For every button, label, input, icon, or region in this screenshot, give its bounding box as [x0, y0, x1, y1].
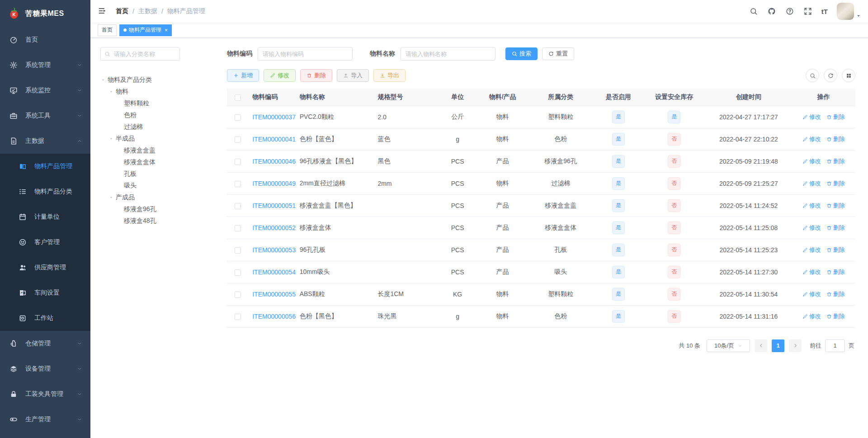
material-code-input[interactable]	[258, 47, 353, 61]
sidebar-item-material-product-category[interactable]: 物料产品分类	[0, 179, 90, 204]
material-code-link[interactable]: ITEM00000037	[252, 113, 296, 121]
row-delete-link[interactable]: 删除	[826, 202, 845, 210]
help-icon[interactable]	[785, 7, 794, 16]
github-icon[interactable]	[767, 7, 776, 16]
material-code-link[interactable]: ITEM00000049	[252, 180, 296, 187]
sidebar-item-fixture-mgmt[interactable]: 工装夹具管理	[0, 381, 90, 407]
reset-button[interactable]: 重置	[542, 47, 574, 60]
tree-node[interactable]: 物料	[100, 86, 217, 98]
next-page-button[interactable]	[789, 339, 802, 352]
material-name-input[interactable]	[401, 47, 495, 61]
tree-node[interactable]: 半成品	[100, 133, 217, 145]
refresh-icon[interactable]	[824, 69, 837, 82]
row-delete-link[interactable]: 删除	[826, 246, 845, 254]
tree-node[interactable]: 过滤棉	[100, 121, 217, 133]
material-code-link[interactable]: ITEM00000053	[252, 246, 296, 254]
material-code-link[interactable]: ITEM00000046	[252, 158, 296, 165]
sidebar-item-home[interactable]: 首页	[0, 27, 90, 52]
page-size-select[interactable]: 10条/页	[707, 339, 750, 352]
row-delete-link[interactable]: 删除	[826, 268, 845, 276]
row-edit-link[interactable]: 修改	[802, 157, 821, 165]
row-delete-link[interactable]: 删除	[826, 135, 845, 143]
row-checkbox[interactable]	[235, 181, 241, 187]
expand-arrow-icon[interactable]	[108, 136, 116, 141]
tree-node[interactable]: 移液盒96孔	[100, 203, 217, 215]
row-delete-link[interactable]: 删除	[826, 312, 845, 320]
goto-page-input[interactable]	[825, 339, 845, 352]
row-delete-link[interactable]: 删除	[826, 113, 845, 121]
search-icon[interactable]	[749, 7, 758, 16]
sidebar-item-equipment-mgmt[interactable]: 设备管理	[0, 356, 90, 381]
edit-button[interactable]: 修改	[264, 69, 296, 82]
page-number-1[interactable]: 1	[772, 339, 784, 352]
tree-node[interactable]: 孔板	[100, 168, 217, 180]
material-code-link[interactable]: ITEM00000051	[252, 202, 296, 209]
row-checkbox[interactable]	[235, 225, 241, 231]
font-size-icon[interactable]: tT	[821, 8, 828, 15]
row-checkbox[interactable]	[235, 114, 241, 121]
import-button[interactable]: 导入	[337, 69, 369, 82]
row-delete-link[interactable]: 删除	[826, 290, 845, 298]
row-edit-link[interactable]: 修改	[802, 312, 821, 320]
expand-arrow-icon[interactable]	[108, 195, 116, 200]
sidebar-item-measure-unit[interactable]: 计量单位	[0, 204, 90, 230]
tree-node[interactable]: 移液盒48孔	[100, 215, 217, 227]
material-code-link[interactable]: ITEM00000056	[252, 313, 296, 320]
category-search-input[interactable]	[113, 50, 176, 58]
sidebar-item-master-data[interactable]: 主数据	[0, 128, 90, 154]
row-edit-link[interactable]: 修改	[802, 224, 821, 232]
sidebar-item-supplier-mgmt[interactable]: 供应商管理	[0, 255, 90, 280]
close-icon[interactable]: ×	[164, 28, 168, 33]
sidebar-item-warehouse-mgmt[interactable]: 仓储管理	[0, 331, 90, 356]
tree-node[interactable]: 物料及产品分类	[100, 74, 217, 86]
fullscreen-icon[interactable]	[803, 7, 812, 16]
expand-arrow-icon[interactable]	[100, 77, 108, 83]
row-checkbox[interactable]	[235, 247, 241, 254]
row-checkbox[interactable]	[235, 203, 241, 209]
row-checkbox[interactable]	[235, 137, 241, 143]
row-edit-link[interactable]: 修改	[802, 290, 821, 298]
row-edit-link[interactable]: 修改	[802, 246, 821, 254]
add-button[interactable]: 新增	[227, 69, 259, 82]
user-menu[interactable]	[837, 3, 861, 20]
tree-node[interactable]: 塑料颗粒	[100, 98, 217, 109]
sidebar-item-system-monitor[interactable]: 系统监控	[0, 78, 90, 103]
row-edit-link[interactable]: 修改	[802, 179, 821, 188]
row-edit-link[interactable]: 修改	[802, 268, 821, 276]
tree-node[interactable]: 产成品	[100, 192, 217, 203]
row-checkbox[interactable]	[235, 292, 241, 298]
material-code-link[interactable]: ITEM00000041	[252, 136, 296, 143]
tab-material-product-mgmt[interactable]: 物料产品管理 ×	[119, 24, 172, 36]
row-edit-link[interactable]: 修改	[802, 202, 821, 210]
sidebar-item-system-tools[interactable]: 系统工具	[0, 103, 90, 128]
row-checkbox[interactable]	[235, 269, 241, 276]
show-search-icon[interactable]	[806, 69, 819, 82]
export-button[interactable]: 导出	[373, 69, 406, 82]
delete-button[interactable]: 删除	[300, 69, 332, 82]
tab-home[interactable]: 首页	[98, 24, 117, 36]
row-checkbox[interactable]	[235, 159, 241, 165]
prev-page-button[interactable]	[755, 339, 767, 352]
expand-arrow-icon[interactable]	[108, 89, 116, 94]
row-delete-link[interactable]: 删除	[826, 157, 845, 165]
breadcrumb-home[interactable]: 首页	[116, 7, 128, 15]
sidebar-item-workstation[interactable]: 工作站	[0, 306, 90, 331]
breadcrumb-master-data[interactable]: 主数据	[138, 7, 157, 15]
sidebar-item-production-mgmt[interactable]: 生产管理	[0, 407, 90, 432]
sidebar-item-customer-mgmt[interactable]: 客户管理	[0, 230, 90, 255]
row-edit-link[interactable]: 修改	[802, 113, 821, 121]
tree-node[interactable]: 色粉	[100, 109, 217, 121]
material-code-link[interactable]: ITEM00000054	[252, 268, 296, 276]
tree-node[interactable]: 吸头	[100, 180, 217, 192]
row-delete-link[interactable]: 删除	[826, 224, 845, 232]
select-all-checkbox[interactable]	[235, 94, 241, 101]
avatar[interactable]	[837, 3, 854, 20]
column-settings-icon[interactable]	[842, 69, 855, 82]
row-delete-link[interactable]: 删除	[826, 179, 845, 188]
collapse-menu-icon[interactable]	[98, 6, 108, 16]
row-edit-link[interactable]: 修改	[802, 135, 821, 143]
logo[interactable]: K 苦糖果MES	[0, 0, 90, 27]
sidebar-item-workshop-setting[interactable]: JP车间设置	[0, 280, 90, 306]
material-code-link[interactable]: ITEM00000052	[252, 224, 296, 231]
sidebar-item-system-mgmt[interactable]: 系统管理	[0, 52, 90, 78]
